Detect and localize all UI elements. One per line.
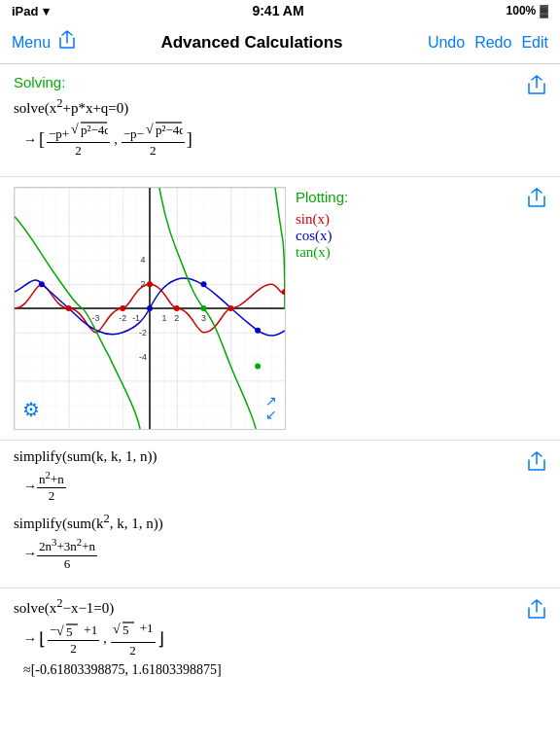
edit-button[interactable]: Edit (521, 34, 548, 52)
svg-text:1: 1 (161, 313, 166, 323)
svg-text:-1: -1 (132, 313, 140, 323)
simplify-result-2: → 2n3+3n2+n 6 (23, 536, 546, 571)
svg-point-30 (201, 305, 207, 311)
plotting-share-button[interactable] (527, 187, 546, 212)
plot-canvas: -3 -2 -1 1 2 3 4 2 -2 -4 (14, 187, 286, 430)
svg-text:-4: -4 (139, 352, 147, 362)
simplify-fraction-2: 2n3+3n2+n 6 (37, 536, 97, 571)
svg-text:√: √ (146, 122, 154, 136)
svg-point-26 (39, 281, 45, 287)
svg-text:p²−4q: p²−4q (156, 123, 183, 137)
nav-left: Menu (12, 30, 76, 54)
battery-label: 100% (507, 4, 537, 18)
menu-button[interactable]: Menu (12, 34, 51, 52)
solve2-share-button[interactable] (527, 598, 546, 623)
svg-point-31 (255, 364, 261, 370)
solving-title: Solving: (14, 74, 546, 90)
solving-share-button[interactable] (527, 74, 546, 99)
solving-input: solve(x2+p*x+q=0) (14, 96, 546, 117)
svg-text:2: 2 (174, 313, 179, 323)
svg-text:√: √ (113, 622, 121, 636)
undo-button[interactable]: Undo (428, 34, 465, 52)
status-left: iPad ▾ (12, 4, 50, 18)
battery-icon: ▓ (540, 4, 548, 18)
simplify-fraction-1: n2+n 2 (37, 469, 66, 504)
svg-text:√: √ (71, 122, 79, 136)
solve2-solution-1: − √ 5 +1 2 (48, 622, 99, 657)
svg-point-23 (174, 305, 180, 311)
svg-text:p²−4q: p²−4q (81, 123, 108, 137)
status-bar: iPad ▾ 9:41 AM 100% ▓ (0, 0, 560, 21)
simplify-input-1: simplify(sum(k, k, 1, n)) (14, 448, 546, 465)
nav-right: Undo Redo Edit (428, 34, 548, 52)
solution-2: −p− √ p²−4q 2 (122, 121, 185, 159)
result-arrow: → (23, 132, 37, 148)
svg-text:-2: -2 (119, 313, 126, 323)
redo-button[interactable]: Redo (474, 34, 511, 52)
plotting-title: Plotting: (296, 189, 546, 205)
result-arrow-3: → (23, 631, 37, 647)
wifi-icon: ▾ (43, 4, 50, 18)
solve2-approx: ≈[-0.61803398875, 1.61803398875] (23, 662, 546, 678)
svg-text:-2: -2 (139, 328, 147, 338)
plot-container: -3 -2 -1 1 2 3 4 2 -2 -4 (14, 187, 546, 430)
svg-point-21 (120, 305, 125, 311)
simplify-share-button[interactable] (527, 450, 546, 476)
svg-point-24 (228, 305, 233, 311)
result-arrow-1: → (23, 479, 37, 494)
solve2-result: → ⌊ − √ 5 +1 2 , √ (23, 621, 546, 658)
svg-point-28 (201, 281, 207, 287)
solve2-solution-2: √ 5 +1 2 (111, 621, 156, 658)
gear-button[interactable]: ⚙ (22, 398, 40, 421)
svg-text:-3: -3 (91, 313, 99, 323)
simplify-section: simplify(sum(k, k, 1, n)) → n2+n 2 simpl… (0, 441, 560, 588)
svg-point-29 (255, 328, 261, 334)
solve2-input: solve(x2−x−1=0) (14, 596, 546, 617)
svg-text:5: 5 (66, 624, 73, 639)
status-carrier: iPad (12, 4, 38, 18)
plot-func-tan: tan(x) (296, 244, 546, 261)
svg-point-27 (147, 305, 153, 311)
comma-1: , (114, 132, 118, 148)
solving-result: → [ −p+ √ p²−4q 2 , −p− √ (23, 121, 546, 159)
svg-text:√: √ (56, 623, 64, 638)
status-time: 9:41 AM (252, 3, 303, 18)
svg-text:4: 4 (141, 255, 146, 265)
bracket-left: [ (39, 129, 45, 150)
solution-1: −p+ √ p²−4q 2 (47, 121, 110, 159)
plotting-section: -3 -2 -1 1 2 3 4 2 -2 -4 (0, 177, 560, 441)
share-nav-button[interactable] (58, 30, 76, 54)
plot-info: Plotting: sin(x) cos(x) tan(x) (296, 187, 546, 261)
nav-bar: Menu Advanced Calculations Undo Redo Edi… (0, 21, 560, 64)
zoom-button[interactable]: ↗ ↙ (265, 394, 277, 421)
plot-func-cos: cos(x) (296, 228, 546, 244)
solve2-section: solve(x2−x−1=0) → ⌊ − √ 5 +1 2 , (0, 588, 560, 692)
plot-func-sin: sin(x) (296, 211, 546, 228)
svg-text:3: 3 (201, 313, 206, 323)
status-right: 100% ▓ (507, 4, 548, 18)
solving-section: Solving: solve(x2+p*x+q=0) → [ −p+ √ p²−… (0, 64, 560, 177)
simplify-input-2: simplify(sum(k2, k, 1, n)) (14, 512, 546, 532)
svg-text:5: 5 (122, 622, 129, 637)
nav-title: Advanced Calculations (160, 33, 342, 53)
result-arrow-2: → (23, 546, 37, 561)
svg-point-20 (66, 305, 72, 311)
bracket-right: ] (187, 129, 192, 150)
svg-point-22 (147, 281, 153, 287)
simplify-result-1: → n2+n 2 (23, 469, 546, 504)
